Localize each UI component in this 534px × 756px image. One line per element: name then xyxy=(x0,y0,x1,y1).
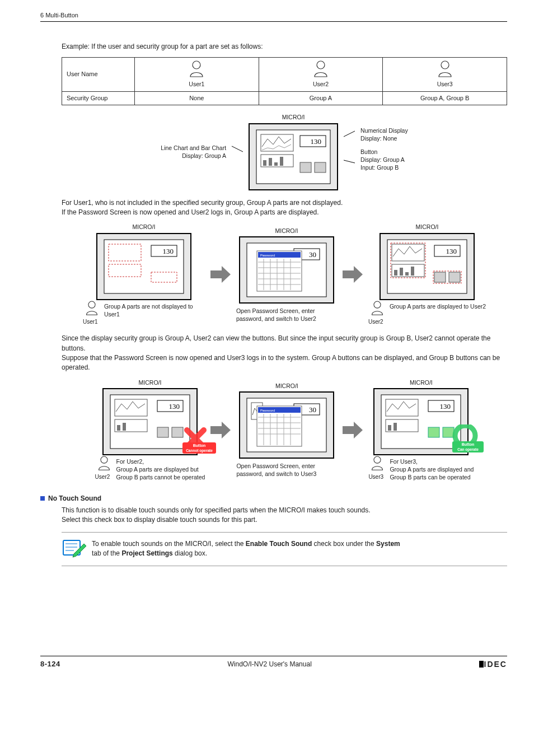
svg-rect-11 xyxy=(280,157,283,166)
svg-point-2 xyxy=(441,61,449,69)
svg-text:30: 30 xyxy=(309,405,316,414)
user1-icon xyxy=(188,60,205,79)
flow2-cap3: For User3, Group A parts are displayed a… xyxy=(390,458,474,482)
svg-marker-25 xyxy=(210,266,231,283)
overview-panel-title: MICRO/I xyxy=(282,113,305,122)
note-box: To enable touch sounds on the MICRO/I, s… xyxy=(62,532,507,566)
svg-rect-98 xyxy=(388,425,391,431)
svg-line-3 xyxy=(232,146,243,152)
flow1-cap1-user: User1 xyxy=(83,318,101,326)
svg-line-15 xyxy=(344,131,355,137)
svg-text:Can operate: Can operate xyxy=(458,447,479,452)
flow1-cap2: Open Password Screen, enter password, an… xyxy=(236,307,337,323)
flow1-user2-icon xyxy=(370,300,385,317)
cell-user1-group: None xyxy=(135,91,259,105)
section-body-2: Select this check box to display disable… xyxy=(62,515,507,525)
arrow-right-icon xyxy=(343,422,363,438)
svg-point-74 xyxy=(101,456,107,463)
flow2-panel1-block: MICRO/I 130 Button Cannot ope xyxy=(95,379,205,482)
svg-line-16 xyxy=(344,160,355,163)
section-body-1: This function is to disable touch sounds… xyxy=(62,506,507,515)
flow1-panel2-title: MICRO/I xyxy=(275,227,298,235)
svg-text:Password: Password xyxy=(260,254,275,257)
flow2-user3-icon xyxy=(370,455,385,472)
user2-icon xyxy=(312,60,329,79)
paragraph-2: Since the display security group is Grou… xyxy=(62,334,507,373)
flow1-panel2: 30 Password xyxy=(239,236,334,304)
flow1-panel3-title: MICRO/I xyxy=(416,223,439,231)
svg-rect-63 xyxy=(117,425,120,431)
flow1-panel2-block: MICRO/I 30 Password Open P xyxy=(236,227,337,323)
flow2-panel1-title: MICRO/I xyxy=(139,379,162,387)
flow1-panel3: 130 xyxy=(380,233,475,300)
flow-2: MICRO/I 130 Button Cannot ope xyxy=(62,379,507,482)
svg-rect-55 xyxy=(449,272,460,282)
flow2-panel2-title: MICRO/I xyxy=(275,382,298,390)
flow2-panel3-block: MICRO/I 130 Button Can operate xyxy=(368,379,474,482)
svg-rect-13 xyxy=(300,162,311,172)
cell-user2-group: Group A xyxy=(259,91,383,105)
overview-figure: Line Chart and Bar Chart Display: Group … xyxy=(62,113,507,190)
flow1-user1-icon xyxy=(85,300,99,317)
cell-user1: User1 xyxy=(135,58,259,91)
overview-callout-button: Button Display: Group A Input: Group B xyxy=(360,148,408,172)
svg-rect-51 xyxy=(411,267,414,276)
svg-point-24 xyxy=(88,301,95,308)
flow2-panel2: 30 Password xyxy=(239,391,334,459)
example-intro: Example: If the user and security group … xyxy=(62,42,507,52)
svg-text:Cannot operate: Cannot operate xyxy=(186,449,213,453)
flow2-user2-icon xyxy=(97,455,111,472)
svg-text:130: 130 xyxy=(162,247,174,255)
overview-panel: 130 xyxy=(249,123,338,190)
svg-rect-68 xyxy=(172,427,183,437)
svg-rect-54 xyxy=(434,272,446,282)
svg-point-1 xyxy=(317,61,325,69)
cannot-operate-badge: Button Cannot operate xyxy=(182,426,216,456)
manual-title: WindO/I-NV2 User's Manual xyxy=(227,660,311,669)
brand-logo: IDEC xyxy=(479,659,507,670)
cell-user3-group: Group A, Group B xyxy=(383,91,507,105)
flow2-cap2: Open Password Screen, enter password, an… xyxy=(236,462,337,478)
flow1-cap3: Group A parts are displayed to User2 xyxy=(390,302,486,310)
row-username-label: User Name xyxy=(62,58,135,91)
overview-callout-numerical: Numerical Display Display: None xyxy=(360,127,408,142)
svg-point-0 xyxy=(193,61,200,69)
svg-rect-96 xyxy=(386,399,418,416)
overview-left-callout: Line Chart and Bar Chart Display: Group … xyxy=(161,144,226,160)
svg-text:130: 130 xyxy=(440,402,451,410)
flow1-cap1: Group A parts are not displayed to User1 xyxy=(104,302,205,318)
flow1-panel1: 130 xyxy=(96,233,191,300)
svg-rect-9 xyxy=(269,158,272,166)
flow2-cap1: For User2, Group A parts are displayed b… xyxy=(116,458,205,482)
flow2-cap3-user: User3 xyxy=(368,473,386,482)
svg-rect-102 xyxy=(428,427,439,437)
page-footer: 8-124 WindO/I-NV2 User's Manual IDEC xyxy=(40,656,507,670)
svg-rect-49 xyxy=(400,268,403,276)
flow-1: MICRO/I 130 User1 Group A parts are not … xyxy=(62,223,507,326)
cell-user2: User2 xyxy=(259,58,383,91)
svg-rect-10 xyxy=(274,162,278,166)
svg-rect-46 xyxy=(392,244,424,261)
flow1-cap3-user: User2 xyxy=(368,318,386,326)
svg-text:Button: Button xyxy=(462,442,475,446)
running-head: 6 Multi-Button xyxy=(40,11,507,20)
svg-rect-14 xyxy=(315,162,326,172)
flow2-panel2-block: MICRO/I 30 Password Open Pas xyxy=(236,382,337,478)
flow1-panel3-block: MICRO/I 130 xyxy=(368,223,486,326)
svg-text:Password: Password xyxy=(260,409,275,412)
flow1-panel1-title: MICRO/I xyxy=(132,223,155,231)
header-rule xyxy=(40,21,507,22)
flow1-panel1-block: MICRO/I 130 User1 Group A parts are not … xyxy=(83,223,205,326)
arrow-right-icon xyxy=(343,266,363,283)
svg-point-58 xyxy=(374,301,381,308)
svg-point-108 xyxy=(374,456,381,463)
paragraph-1: For User1, who is not included in the sp… xyxy=(62,198,507,218)
svg-text:Button: Button xyxy=(193,444,206,447)
svg-text:130: 130 xyxy=(168,402,180,410)
svg-marker-43 xyxy=(343,266,363,283)
user3-icon xyxy=(437,60,453,79)
user3-name: User3 xyxy=(388,80,501,88)
svg-rect-8 xyxy=(263,160,266,166)
note-text: To enable touch sounds on the MICRO/I, s… xyxy=(92,539,400,559)
svg-rect-50 xyxy=(405,272,409,276)
